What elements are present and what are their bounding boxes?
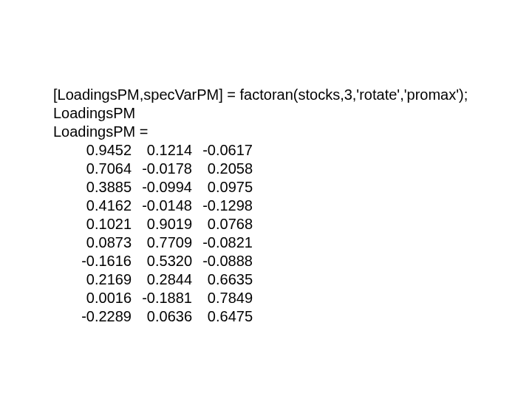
matrix-cell: -0.1616 [71,252,132,270]
matrix-row: 0.21690.28440.6635 [53,270,468,289]
matrix-cell: -0.0888 [192,252,253,270]
matrix-cell: 0.0768 [192,215,253,233]
matrix-cell: 0.0636 [132,307,192,326]
matrix-cell: 0.0016 [71,289,132,307]
matrix-cell: 0.7064 [71,160,132,178]
matrix-cell: 0.1214 [132,141,192,160]
matrix-cell: 0.0873 [71,233,132,252]
output-block: [LoadingsPM,specVarPM] = factoran(stocks… [53,86,468,326]
matrix-row: 0.7064-0.01780.2058 [53,160,468,178]
matrix-cell: -0.0994 [132,178,192,197]
matrix-row: 0.4162-0.0148-0.1298 [53,197,468,215]
matrix-cell: 0.6635 [192,270,253,289]
command-line: [LoadingsPM,specVarPM] = factoran(stocks… [53,86,468,104]
matrix-cell: 0.9019 [132,215,192,233]
matrix-cell: -0.0617 [192,141,253,160]
matrix-cell: 0.4162 [71,197,132,215]
loadings-matrix: 0.94520.1214-0.06170.7064-0.01780.20580.… [53,141,468,326]
matrix-cell: 0.2058 [192,160,253,178]
matrix-cell: -0.1881 [132,289,192,307]
matrix-cell: 0.2169 [71,270,132,289]
matrix-cell: 0.1021 [71,215,132,233]
matrix-cell: -0.0148 [132,197,192,215]
matrix-cell: 0.6475 [192,307,253,326]
matrix-cell: 0.5320 [132,252,192,270]
matrix-cell: -0.0821 [192,233,253,252]
matrix-cell: -0.1298 [192,197,253,215]
matrix-row: 0.94520.1214-0.0617 [53,141,468,160]
matrix-row: 0.08730.7709-0.0821 [53,233,468,252]
matrix-row: 0.0016-0.18810.7849 [53,289,468,307]
echo-line: LoadingsPM [53,104,468,123]
matrix-cell: 0.0975 [192,178,253,197]
matrix-cell: 0.7849 [192,289,253,307]
matrix-cell: 0.9452 [71,141,132,160]
matrix-row: 0.10210.90190.0768 [53,215,468,233]
matrix-cell: -0.2289 [71,307,132,326]
matrix-row: -0.22890.06360.6475 [53,307,468,326]
matrix-cell: -0.0178 [132,160,192,178]
matrix-row: 0.3885-0.09940.0975 [53,178,468,197]
header-line: LoadingsPM = [53,123,468,141]
matrix-cell: 0.3885 [71,178,132,197]
matrix-cell: 0.7709 [132,233,192,252]
matrix-cell: 0.2844 [132,270,192,289]
matrix-row: -0.16160.5320-0.0888 [53,252,468,270]
